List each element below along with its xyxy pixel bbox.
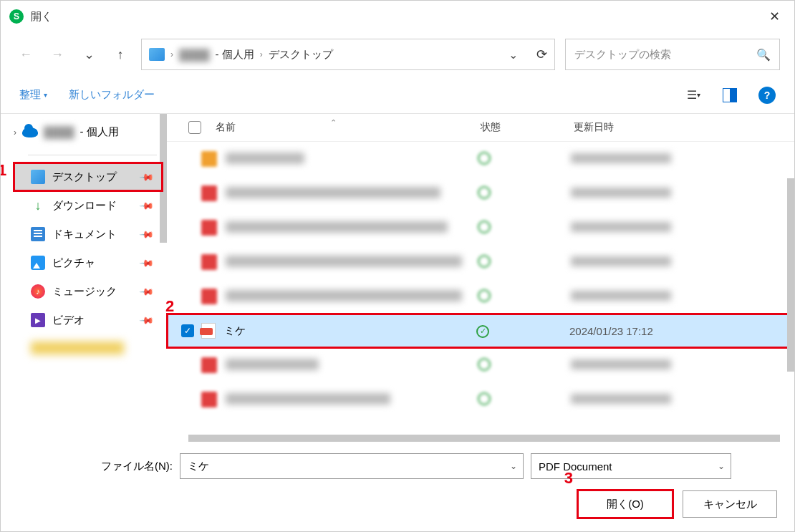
chevron-right-icon[interactable]: › [14,127,16,137]
sidebar-item-label: デスクトップ [52,170,117,184]
pin-icon: 📌 [139,284,155,299]
folder-icon [149,48,165,61]
file-modified: 2024/01/23 17:12 [569,325,653,337]
footer: 3 ファイル名(N): ミケ ⌄ PDF Document ⌄ 開く(O) キャ… [1,442,794,529]
pin-icon: 📌 [139,198,155,213]
sidebar-item-label: ドキュメント [52,228,117,241]
breadcrumb-personal[interactable]: - 個人用 [216,48,254,62]
sidebar-item-label: ピクチャ [52,256,95,270]
tree-root-user: ████ [44,126,74,138]
back-button[interactable]: ← [15,44,37,65]
search-placeholder: デスクトップの検索 [574,48,751,62]
up-button[interactable]: ↑ [110,44,131,65]
breadcrumb-user[interactable]: ████ [179,49,210,61]
organize-menu[interactable]: 整理 ▾ [19,88,47,102]
close-icon[interactable]: ✕ [763,6,786,27]
select-all-checkbox[interactable] [188,121,201,134]
desktop-icon [31,170,45,184]
chevron-right-icon: › [260,49,263,59]
nav-bar: ← → ⌄ ↑ › ████ - 個人用 › デスクトップ ⌄ ⟳ デスクトップ… [1,32,794,77]
toolbar: 整理 ▾ 新しいフォルダー ☰ ▾ ? [1,77,794,114]
download-icon: ↓ [31,198,45,213]
file-name: ミケ [224,324,476,338]
help-icon[interactable]: ? [758,87,776,104]
sidebar-item-videos[interactable]: ▶ ビデオ 📌 [14,306,163,334]
file-row[interactable] [167,176,794,211]
chevron-down-icon[interactable]: ⌄ [510,461,517,471]
annotation-marker-3: 3 [564,469,573,488]
file-row[interactable] [167,142,794,176]
chevron-right-icon: › [170,49,173,59]
column-state[interactable]: 状態 [481,121,574,134]
filetype-filter[interactable]: PDF Document ⌄ [531,453,731,479]
breadcrumb[interactable]: › ████ - 個人用 › デスクトップ ⌄ ⟳ [141,39,555,70]
file-list-header: 名前⌃ 状態 更新日時 [167,114,794,142]
pin-icon: 📌 [139,169,155,185]
filename-label: ファイル名(N): [101,460,173,473]
row-checkbox[interactable]: ✓ [181,324,194,337]
chevron-down-icon[interactable]: ⌄ [509,48,518,62]
sidebar-item-desktop[interactable]: デスクトップ 📌 [14,163,163,191]
file-row[interactable] [167,279,794,314]
recent-dropdown-icon[interactable]: ⌄ [78,44,100,65]
pictures-icon [31,256,45,270]
open-button[interactable]: 開く(O) [578,490,673,518]
document-icon [31,227,45,241]
sidebar-item-label: ビデオ [52,314,85,327]
search-icon: 🔍 [756,48,771,62]
sidebar-item-music[interactable]: ♪ ミュージック 📌 [14,277,163,306]
search-input[interactable]: デスクトップの検索 🔍 [565,39,780,70]
sidebar-item-label: ダウンロード [52,199,117,213]
chevron-down-icon[interactable]: ⌄ [718,461,725,471]
sidebar-item-pictures[interactable]: ピクチャ 📌 [14,248,163,277]
file-state: ✓ [476,324,569,338]
file-row[interactable] [167,382,794,417]
forward-button[interactable]: → [47,44,68,65]
main-area: 1 › ████ - 個人用 デスクトップ 📌 ↓ ダウンロード 📌 ドキュメン… [1,114,794,442]
column-name[interactable]: 名前⌃ [216,121,481,134]
divider [28,155,157,155]
window-title: 開く [31,10,763,24]
app-icon: S [9,9,24,24]
column-modified[interactable]: 更新日時 [574,121,614,134]
refresh-icon[interactable]: ⟳ [536,47,547,62]
tree-root-suffix: - 個人用 [80,125,119,139]
chevron-down-icon: ▾ [44,91,47,99]
cancel-button[interactable]: キャンセル [683,490,777,518]
tree-root-onedrive[interactable]: › ████ - 個人用 [14,122,163,142]
preview-pane-icon[interactable] [723,88,737,102]
pin-icon: 📌 [139,312,155,328]
synced-icon: ✓ [476,325,489,338]
file-row[interactable] [167,348,794,382]
file-row-selected[interactable]: ✓ ミケ ✓ 2024/01/23 17:12 [167,314,794,348]
music-icon: ♪ [31,284,45,299]
title-bar: S 開く ✕ [1,1,794,32]
view-mode-icon[interactable]: ☰ ▾ [685,87,701,103]
sidebar-item-label: ミュージック [52,285,117,299]
filelist-scrollbar[interactable] [787,178,794,372]
filename-input[interactable]: ミケ ⌄ [180,453,524,479]
sidebar-item-downloads[interactable]: ↓ ダウンロード 📌 [14,191,163,220]
filelist-hscrollbar[interactable] [188,435,780,442]
pin-icon: 📌 [139,226,155,242]
breadcrumb-location[interactable]: デスクトップ [269,48,333,62]
sidebar: 1 › ████ - 個人用 デスクトップ 📌 ↓ ダウンロード 📌 ドキュメン… [1,114,167,442]
sort-indicator-icon: ⌃ [330,118,337,127]
cloud-icon [22,127,38,137]
new-folder-button[interactable]: 新しいフォルダー [69,88,155,102]
sidebar-item-redacted[interactable] [31,342,124,354]
file-list: 2 名前⌃ 状態 更新日時 ✓ ミケ ✓ 2024/01/23 17:12 [167,114,794,442]
video-icon: ▶ [31,313,45,327]
annotation-marker-2: 2 [165,297,174,316]
file-row[interactable] [167,211,794,245]
file-row[interactable] [167,245,794,279]
annotation-marker-1: 1 [0,161,6,180]
pin-icon: 📌 [139,255,155,271]
pdf-icon [201,323,216,339]
sidebar-item-documents[interactable]: ドキュメント 📌 [14,220,163,248]
